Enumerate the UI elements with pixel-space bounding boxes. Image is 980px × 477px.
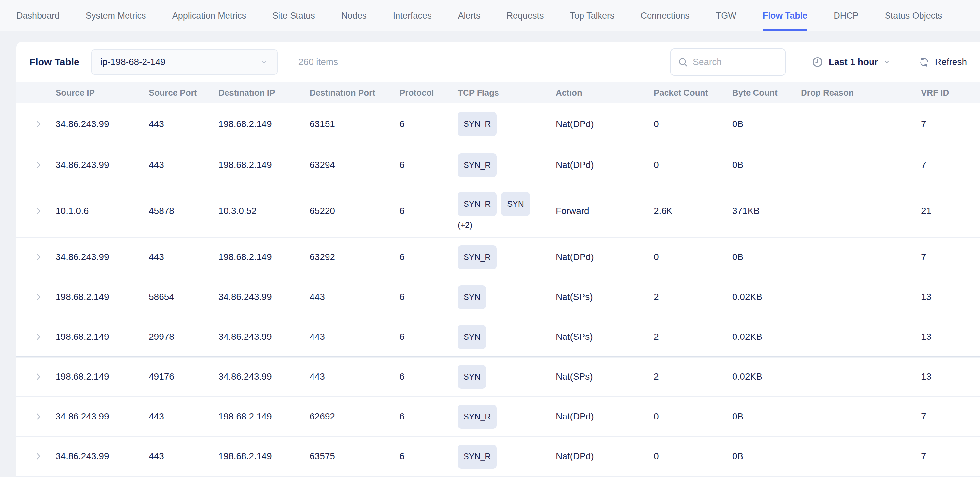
cell-protocol: 6 <box>399 292 458 302</box>
column-header-packet-count: Packet Count <box>654 88 732 98</box>
cell-action: Nat(DPd) <box>556 411 654 422</box>
cell-protocol: 6 <box>399 206 458 216</box>
expand-row-button[interactable] <box>16 160 56 170</box>
cell-byte-count: 0B <box>732 160 801 170</box>
tab-nodes[interactable]: Nodes <box>341 0 367 31</box>
cell-source-port: 443 <box>149 119 218 129</box>
cell-protocol: 6 <box>399 411 458 422</box>
time-range-label: Last 1 hour <box>829 57 878 67</box>
cell-source-port: 443 <box>149 252 218 262</box>
toolbar: Flow Table ip-198-68-2-149 260 items Las… <box>16 42 980 82</box>
cell-source-ip: 10.1.0.6 <box>56 206 149 216</box>
expand-row-button[interactable] <box>16 206 56 216</box>
column-header-tcp-flags: TCP Flags <box>458 88 556 98</box>
search-icon <box>678 57 688 67</box>
cell-action: Nat(DPd) <box>556 119 654 129</box>
cell-packet-count: 0 <box>654 119 732 129</box>
cell-tcp-flags: SYN <box>458 365 556 389</box>
chevron-down-icon <box>260 58 268 66</box>
tab-requests[interactable]: Requests <box>506 0 544 31</box>
cell-packet-count: 0 <box>654 160 732 170</box>
cell-dest-port: 63292 <box>310 252 399 262</box>
search-input[interactable] <box>693 57 778 67</box>
column-header-drop-reason: Drop Reason <box>801 88 898 98</box>
cell-byte-count: 0.02KB <box>732 332 801 342</box>
cell-dest-port: 65220 <box>310 206 399 216</box>
cell-action: Nat(DPd) <box>556 451 654 462</box>
items-count: 260 items <box>298 57 338 67</box>
cell-source-ip: 34.86.243.99 <box>56 451 149 462</box>
tab-interfaces[interactable]: Interfaces <box>393 0 432 31</box>
cell-source-ip: 34.86.243.99 <box>56 160 149 170</box>
cell-action: Nat(DPd) <box>556 252 654 262</box>
cell-action: Nat(DPd) <box>556 160 654 170</box>
cell-dest-ip: 198.68.2.149 <box>218 160 310 170</box>
expand-row-button[interactable] <box>16 292 56 302</box>
table-row: 34.86.243.99443198.68.2.149635756SYN_RNa… <box>16 437 980 477</box>
page-title: Flow Table <box>29 57 80 68</box>
cell-dest-ip: 34.86.243.99 <box>218 292 310 302</box>
tab-system-metrics[interactable]: System Metrics <box>86 0 146 31</box>
table-body: 34.86.243.99443198.68.2.149631516SYN_RNa… <box>16 103 980 477</box>
tab-dhcp[interactable]: DHCP <box>834 0 859 31</box>
cell-action: Nat(SPs) <box>556 292 654 302</box>
tab-connections[interactable]: Connections <box>641 0 690 31</box>
cell-protocol: 6 <box>399 160 458 170</box>
cell-dest-ip: 198.68.2.149 <box>218 411 310 422</box>
cell-vrf-id: 7 <box>898 160 980 170</box>
cell-dest-port: 443 <box>310 332 399 342</box>
expand-row-button[interactable] <box>16 372 56 382</box>
cell-dest-port: 63151 <box>310 119 399 129</box>
cell-source-ip: 34.86.243.99 <box>56 252 149 262</box>
cell-dest-ip: 10.3.0.52 <box>218 206 310 216</box>
tab-dashboard[interactable]: Dashboard <box>16 0 59 31</box>
top-nav: DashboardSystem MetricsApplication Metri… <box>0 0 980 31</box>
chevron-right-icon <box>33 160 43 170</box>
chevron-right-icon <box>33 292 43 302</box>
tab-flow-table[interactable]: Flow Table <box>763 0 808 31</box>
cell-protocol: 6 <box>399 332 458 342</box>
expand-row-button[interactable] <box>16 452 56 461</box>
table-row: 10.1.0.64587810.3.0.52652206SYN_RSYN(+2)… <box>16 185 980 237</box>
column-header-source-ip: Source IP <box>56 88 149 98</box>
expand-row-button[interactable] <box>16 332 56 342</box>
expand-row-button[interactable] <box>16 119 56 129</box>
chevron-right-icon <box>33 412 43 421</box>
cell-byte-count: 0.02KB <box>732 372 801 382</box>
cell-source-ip: 34.86.243.99 <box>56 411 149 422</box>
cell-byte-count: 371KB <box>732 206 801 216</box>
chevron-right-icon <box>33 252 43 262</box>
table-row: 34.86.243.99443198.68.2.149631516SYN_RNa… <box>16 103 980 145</box>
tcp-flag-badge: SYN <box>458 365 486 389</box>
cell-dest-port: 63294 <box>310 160 399 170</box>
cell-packet-count: 2 <box>654 292 732 302</box>
cell-source-ip: 198.68.2.149 <box>56 372 149 382</box>
cell-dest-port: 63575 <box>310 451 399 462</box>
tab-top-talkers[interactable]: Top Talkers <box>570 0 614 31</box>
tab-site-status[interactable]: Site Status <box>272 0 315 31</box>
refresh-button[interactable]: Refresh <box>918 57 967 68</box>
cell-dest-port: 62692 <box>310 411 399 422</box>
cell-packet-count: 2.6K <box>654 206 732 216</box>
chevron-right-icon <box>33 452 43 461</box>
expand-row-button[interactable] <box>16 412 56 421</box>
tcp-flag-badge: SYN_R <box>458 192 496 216</box>
expand-row-button[interactable] <box>16 252 56 262</box>
tab-status-objects[interactable]: Status Objects <box>885 0 942 31</box>
cell-vrf-id: 21 <box>898 206 980 216</box>
column-header-vrf-id: VRF ID <box>898 88 980 98</box>
cell-tcp-flags: SYN_R <box>458 405 556 429</box>
flow-filter-select[interactable]: ip-198-68-2-149 <box>91 49 277 75</box>
flow-filter-value: ip-198-68-2-149 <box>100 57 165 67</box>
cell-packet-count: 2 <box>654 332 732 342</box>
time-range-select[interactable]: Last 1 hour <box>811 56 891 68</box>
cell-dest-port: 443 <box>310 292 399 302</box>
tcp-flag-badge: SYN_R <box>458 405 496 429</box>
chevron-down-icon <box>883 59 891 66</box>
tcp-flag-badge: SYN <box>501 192 530 216</box>
tcp-flag-badge: SYN_R <box>458 153 496 177</box>
tab-application-metrics[interactable]: Application Metrics <box>172 0 247 31</box>
tab-alerts[interactable]: Alerts <box>458 0 480 31</box>
cell-source-port: 443 <box>149 160 218 170</box>
tab-tgw[interactable]: TGW <box>716 0 737 31</box>
